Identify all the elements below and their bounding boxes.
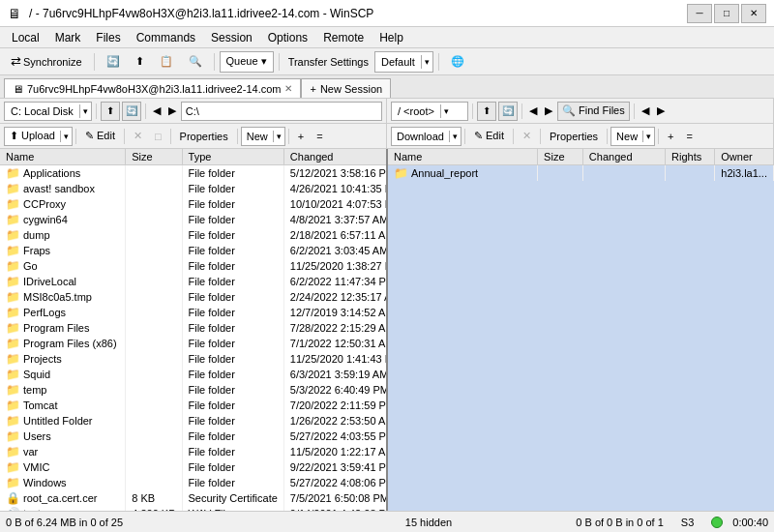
table-row[interactable]: 📁MSI8c0a5.tmp File folder 2/24/2022 12:3… — [0, 289, 386, 305]
table-row[interactable]: 📁cygwin64 File folder 4/8/2021 3:37:57 A… — [0, 212, 386, 227]
table-row[interactable]: 📁Windows File folder 5/27/2022 4:08:06 P… — [0, 475, 386, 490]
drive-arrow[interactable]: ▾ — [79, 104, 91, 118]
addr-btn-fwd-left[interactable]: ▶ — [165, 103, 179, 118]
rename-left-btn[interactable]: □ — [149, 127, 167, 146]
maximize-button[interactable]: □ — [714, 4, 739, 23]
menu-options[interactable]: Options — [260, 29, 315, 46]
transfer-profile-arrow[interactable]: ▾ — [421, 55, 432, 69]
menu-local[interactable]: Local — [4, 29, 47, 46]
properties-right-btn[interactable]: Properties — [544, 127, 604, 146]
addr-btn-back-left[interactable]: ◀ — [150, 103, 164, 118]
table-row[interactable]: 📁avast! sandbox File folder 4/26/2021 10… — [0, 181, 386, 196]
table-row[interactable]: 📁Annual_report h2i3.la1... — [388, 165, 774, 182]
addr-btn-up-left[interactable]: ⬆ — [101, 102, 120, 121]
download-arrow[interactable]: ▾ — [449, 131, 461, 142]
properties-left-btn[interactable]: Properties — [174, 127, 234, 146]
menu-help[interactable]: Help — [372, 29, 411, 46]
download-label[interactable]: Download — [392, 130, 449, 143]
table-row[interactable]: 📁CCProxy File folder 10/10/2021 4:07:53 … — [0, 196, 386, 212]
new-right-dropdown[interactable]: New ▾ — [610, 127, 655, 146]
new-left-dropdown[interactable]: New ▾ — [241, 127, 285, 146]
menu-mark[interactable]: Mark — [47, 29, 89, 46]
delete-right-btn[interactable]: ✕ — [517, 127, 537, 146]
addr-btn-back-right[interactable]: ◀ — [526, 103, 540, 118]
addr-btn-fwd-right[interactable]: ▶ — [542, 103, 555, 118]
table-row[interactable]: 📁dump File folder 2/18/2021 6:57:11 AM — [0, 227, 386, 243]
table-row[interactable]: 📁Program Files File folder 7/28/2022 2:1… — [0, 320, 386, 336]
table-row[interactable]: 📁Users File folder 5/27/2022 4:03:55 PM — [0, 429, 386, 444]
col-owner-right[interactable]: Owner — [715, 149, 774, 165]
toolbar-icon-3[interactable]: 📋 — [153, 51, 180, 73]
queue-dropdown[interactable]: Queue ▾ — [220, 51, 274, 73]
table-row[interactable]: 📁Program Files (x86) File folder 7/1/202… — [0, 336, 386, 351]
delete-left-btn[interactable]: ✕ — [128, 127, 148, 146]
close-button[interactable]: ✕ — [741, 4, 766, 23]
upload-label[interactable]: ⬆ Upload — [5, 129, 60, 143]
addr-btn-refresh-left[interactable]: 🔄 — [122, 102, 141, 121]
table-row[interactable]: 🔊test.wav 4,320 KB WAV File 9/14/2021 4:… — [0, 506, 386, 511]
addr-sep-3 — [472, 103, 473, 119]
table-row[interactable]: 📁Squid File folder 6/3/2021 3:59:19 AM — [0, 367, 386, 382]
col-name-left[interactable]: Name — [0, 149, 126, 165]
col-changed-right[interactable]: Changed — [582, 149, 665, 165]
act-eq-btn[interactable]: = — [311, 127, 328, 146]
menu-session[interactable]: Session — [203, 29, 260, 46]
table-row[interactable]: 📁Applications File folder 5/12/2021 3:58… — [0, 165, 386, 182]
table-row[interactable]: 📁Projects File folder 11/25/2020 1:41:43… — [0, 351, 386, 367]
edit-right-btn[interactable]: ✎ Edit — [468, 127, 510, 146]
table-row[interactable]: 📁Untitled Folder File folder 1/26/2022 2… — [0, 413, 386, 429]
col-rights-right[interactable]: Rights — [666, 149, 715, 165]
col-size-right[interactable]: Size — [538, 149, 583, 165]
col-name-right[interactable]: Name — [388, 149, 538, 165]
transfer-profile-dropdown[interactable]: Default ▾ — [374, 51, 433, 73]
upload-arrow[interactable]: ▾ — [60, 131, 72, 142]
left-path-box[interactable]: C:\ — [181, 102, 382, 121]
toolbar-icon-refresh[interactable]: 🌐 — [444, 51, 471, 73]
edit-left-btn[interactable]: ✎ Edit — [79, 127, 121, 146]
right-file-table[interactable]: Name Size Changed Rights Owner 📁Annual_r… — [388, 149, 774, 511]
act-plus-right-btn[interactable]: + — [662, 127, 679, 146]
menu-files[interactable]: Files — [88, 29, 128, 46]
tab-session-1-close[interactable]: ✕ — [284, 83, 292, 94]
act-eq-right-btn[interactable]: = — [681, 127, 699, 146]
col-changed-left[interactable]: Changed — [283, 149, 386, 165]
download-dropdown[interactable]: Download ▾ — [391, 127, 461, 146]
toolbar-icon-4[interactable]: 🔍 — [182, 51, 209, 73]
table-row[interactable]: 📁Fraps File folder 6/2/2021 3:03:45 AM — [0, 243, 386, 258]
menu-remote[interactable]: Remote — [315, 29, 372, 46]
drive-dropdown[interactable]: C: Local Disk ▾ — [4, 102, 92, 121]
find-files-btn[interactable]: 🔍 Find Files — [557, 102, 630, 121]
cell-type: File folder — [182, 165, 283, 182]
minimize-button[interactable]: ─ — [687, 4, 712, 23]
toolbar-synchronize[interactable]: ⇄ Synchronize — [4, 51, 89, 73]
addr-btn-back-right-2[interactable]: ◀ — [639, 103, 652, 118]
table-row[interactable]: 📁var File folder 11/5/2020 1:22:17 AM — [0, 444, 386, 459]
table-row[interactable]: 📁Go File folder 11/25/2020 1:38:27 PM — [0, 258, 386, 274]
upload-dropdown[interactable]: ⬆ Upload ▾ — [4, 127, 73, 146]
new-right-arrow[interactable]: ▾ — [642, 131, 654, 142]
table-row[interactable]: 📁VMIC File folder 9/22/2021 3:59:41 PM — [0, 459, 386, 475]
toolbar-icon-1[interactable]: 🔄 — [100, 51, 127, 73]
table-row[interactable]: 📁temp File folder 5/3/2022 6:40:49 PM — [0, 382, 386, 398]
table-row[interactable]: 📁PerfLogs File folder 12/7/2019 3:14:52 … — [0, 305, 386, 320]
addr-btn-fwd-right-2[interactable]: ▶ — [654, 103, 668, 118]
remote-path-arrow[interactable]: ▾ — [440, 104, 452, 118]
left-file-table[interactable]: Name Size Type Changed 📁Applications Fil… — [0, 149, 386, 511]
toolbar-icon-2[interactable]: ⬆ — [129, 51, 151, 73]
addr-btn-up-right[interactable]: ⬆ — [477, 102, 496, 121]
table-row[interactable]: 📁Tomcat File folder 7/20/2022 2:11:59 PM — [0, 398, 386, 413]
table-row[interactable]: 📁IDriveLocal File folder 6/2/2022 11:47:… — [0, 274, 386, 289]
tab-new-session[interactable]: + New Session — [301, 78, 391, 98]
menu-commands[interactable]: Commands — [129, 29, 203, 46]
act-plus-btn[interactable]: + — [292, 127, 310, 146]
col-size-left[interactable]: Size — [126, 149, 182, 165]
remote-path-dropdown[interactable]: / <root> ▾ — [391, 102, 468, 121]
toolbar-separator-3 — [279, 53, 280, 71]
table-row[interactable]: 🔒root_ca.cert.cer 8 KB Security Certific… — [0, 490, 386, 506]
new-left-arrow[interactable]: ▾ — [273, 131, 284, 142]
tab-session-1[interactable]: 🖥 7u6rvc9HLhpF4vw8oH3X@h2i3.la11.idrivee… — [4, 78, 301, 98]
new-right-label[interactable]: New — [611, 130, 642, 143]
addr-btn-refresh-right[interactable]: 🔄 — [498, 102, 518, 121]
col-type-left[interactable]: Type — [182, 149, 283, 165]
new-left-label[interactable]: New — [242, 130, 273, 143]
